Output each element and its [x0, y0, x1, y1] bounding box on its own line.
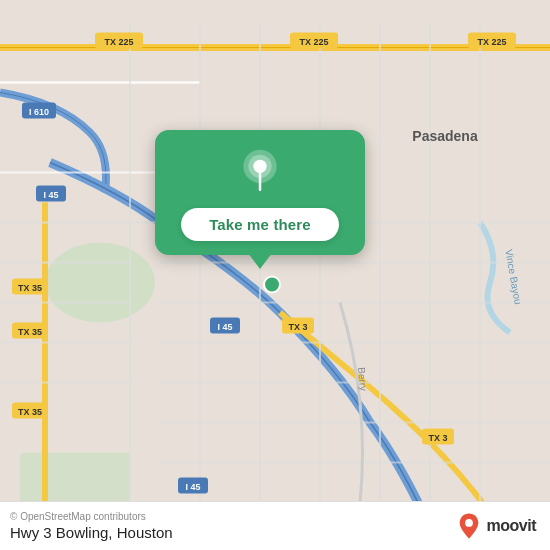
svg-text:TX 225: TX 225 [477, 37, 506, 47]
svg-text:TX 35: TX 35 [18, 407, 42, 417]
svg-text:TX 3: TX 3 [288, 322, 307, 332]
svg-text:I 45: I 45 [217, 322, 232, 332]
take-me-there-button[interactable]: Take me there [181, 208, 339, 241]
svg-text:Pasadena: Pasadena [412, 128, 478, 144]
svg-point-30 [264, 277, 280, 293]
bottom-left: © OpenStreetMap contributors Hwy 3 Bowli… [10, 511, 173, 541]
svg-text:Berry: Berry [356, 367, 369, 392]
svg-point-34 [465, 519, 473, 527]
moovit-logo: moovit [455, 512, 536, 540]
svg-text:I 610: I 610 [29, 107, 49, 117]
location-name: Hwy 3 Bowling, Houston [10, 524, 173, 541]
svg-text:TX 35: TX 35 [18, 283, 42, 293]
svg-text:TX 225: TX 225 [104, 37, 133, 47]
svg-text:TX 225: TX 225 [299, 37, 328, 47]
moovit-text: moovit [487, 517, 536, 535]
popup-card: Take me there [155, 130, 365, 255]
popup-arrow [248, 253, 272, 269]
copyright-text: © OpenStreetMap contributors [10, 511, 173, 522]
svg-text:I 45: I 45 [43, 190, 58, 200]
svg-point-1 [45, 243, 155, 323]
svg-text:TX 3: TX 3 [428, 433, 447, 443]
map-svg: TX 225 TX 225 TX 225 I 610 I 45 I 45 I 4… [0, 0, 550, 550]
svg-text:TX 35: TX 35 [18, 327, 42, 337]
map-container: TX 225 TX 225 TX 225 I 610 I 45 I 45 I 4… [0, 0, 550, 550]
svg-text:I 45: I 45 [185, 482, 200, 492]
location-pin-icon [235, 148, 285, 198]
moovit-pin-icon [455, 512, 483, 540]
bottom-bar: © OpenStreetMap contributors Hwy 3 Bowli… [0, 501, 550, 550]
